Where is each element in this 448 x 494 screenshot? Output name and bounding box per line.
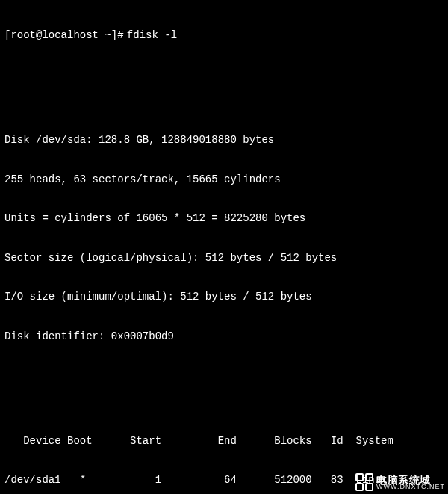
disk-ident: Disk identifier: 0x0007b0d9 xyxy=(4,330,444,344)
disk-io: I/O size (minimum/optimal): 512 bytes / … xyxy=(4,291,444,304)
prompt-line: [root@localhost ~]# fdisk -l xyxy=(4,29,444,43)
partition-table-header: Device Boot Start End Blocks Id System xyxy=(4,435,444,448)
disk-geom: 255 heads, 63 sectors/track, 15665 cylin… xyxy=(4,173,444,187)
terminal-output[interactable]: [root@localhost ~]# fdisk -l Disk /dev/s… xyxy=(0,0,448,494)
shell-prompt: [root@localhost ~]# xyxy=(4,29,124,43)
disk-header: Disk /dev/sda: 128.8 GB, 128849018880 by… xyxy=(4,134,444,147)
partition-row: /dev/sda1 * 1 64 512000 83 Linux xyxy=(4,474,444,487)
disk-units: Units = cylinders of 16065 * 512 = 82252… xyxy=(4,212,444,226)
command: fdisk -l xyxy=(127,29,177,43)
disk-sector: Sector size (logical/physical): 512 byte… xyxy=(4,252,444,265)
